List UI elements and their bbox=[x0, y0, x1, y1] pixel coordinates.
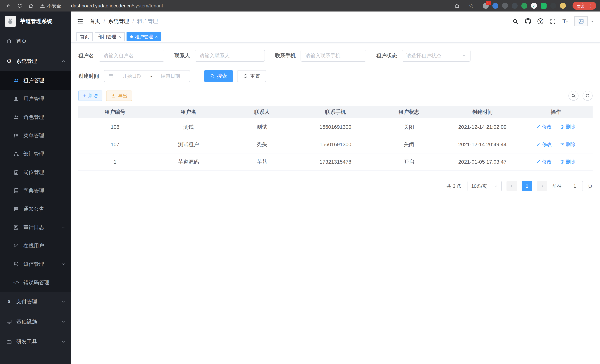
bookmark-star-icon[interactable]: ☆ bbox=[466, 1, 476, 10]
phone-input[interactable] bbox=[300, 50, 366, 62]
close-icon[interactable]: × bbox=[118, 35, 121, 39]
signal-icon bbox=[13, 243, 19, 249]
tab-dept[interactable]: 部门管理 × bbox=[95, 32, 125, 41]
extension-icon-8[interactable] bbox=[550, 3, 556, 9]
sidebar-item-audit-log[interactable]: 审计日志 bbox=[0, 218, 71, 237]
sidebar-item-role[interactable]: 角色管理 bbox=[0, 108, 71, 126]
refresh-button[interactable] bbox=[582, 91, 593, 101]
user-avatar[interactable] bbox=[574, 16, 594, 26]
profile-avatar[interactable] bbox=[560, 3, 566, 9]
yen-icon: ¥ bbox=[6, 299, 12, 305]
col-actions: 操作 bbox=[519, 106, 593, 118]
browser-menu-icon[interactable]: ⋮ bbox=[589, 3, 593, 8]
sidebar-item-dict[interactable]: 字典管理 bbox=[0, 181, 71, 200]
sidebar-item-error-code[interactable]: </> 错误码管理 bbox=[0, 273, 71, 292]
address-bar[interactable]: dashboard.yudao.iocoder.cn/system/tenant bbox=[71, 3, 163, 9]
app-logo bbox=[5, 16, 16, 27]
shield-icon bbox=[13, 261, 19, 267]
browser-reload-button[interactable] bbox=[15, 1, 25, 10]
edit-link[interactable]: 修改 bbox=[536, 159, 552, 165]
extension-icon-4[interactable] bbox=[512, 3, 518, 9]
badge-icon bbox=[13, 169, 19, 176]
sidebar-item-tenant[interactable]: 租户管理 bbox=[0, 71, 71, 90]
font-size-icon[interactable]: TT bbox=[562, 19, 568, 24]
extension-icon-7[interactable] bbox=[541, 3, 547, 9]
github-icon[interactable] bbox=[525, 18, 531, 25]
tenant-name-input[interactable] bbox=[99, 50, 164, 62]
trash-icon bbox=[560, 125, 564, 129]
tab-tenant[interactable]: 租户管理 × bbox=[127, 32, 161, 41]
extension-icon-1[interactable]: 10 bbox=[483, 3, 489, 9]
book-icon bbox=[13, 187, 19, 194]
sidebar-item-label: 研发工具 bbox=[16, 338, 37, 345]
sidebar-toggle-icon[interactable] bbox=[76, 17, 84, 25]
delete-link[interactable]: 删除 bbox=[560, 141, 575, 148]
toggle-search-button[interactable] bbox=[568, 91, 579, 101]
sidebar-item-infra[interactable]: 基础设施 bbox=[0, 312, 71, 332]
browser-update-button[interactable]: 更新 ⋮ bbox=[572, 2, 596, 10]
app-logo-row[interactable]: 芋道管理系统 bbox=[0, 11, 71, 31]
contact-input[interactable] bbox=[195, 50, 265, 62]
browser-home-button[interactable] bbox=[26, 1, 36, 10]
reset-button[interactable]: 重置 bbox=[237, 70, 266, 82]
sidebar-item-sms[interactable]: 短信管理 bbox=[0, 255, 71, 273]
cell-actions: 修改 删除 bbox=[519, 153, 593, 171]
sidebar-item-label: 用户管理 bbox=[23, 95, 44, 103]
status-select[interactable]: 请选择租户状态 bbox=[402, 50, 470, 62]
edit-link[interactable]: 修改 bbox=[536, 123, 552, 130]
tab-label: 部门管理 bbox=[98, 34, 116, 40]
sidebar-item-dept[interactable]: 部门管理 bbox=[0, 145, 71, 163]
date-range-picker[interactable]: 开始日期 - 结束日期 bbox=[104, 70, 190, 82]
search-icon[interactable] bbox=[512, 18, 519, 25]
extension-icon-5[interactable] bbox=[521, 3, 527, 9]
monitor-icon bbox=[6, 318, 12, 325]
sidebar-item-label: 基础设施 bbox=[16, 318, 37, 325]
search-button[interactable]: 搜索 bbox=[204, 70, 233, 82]
share-icon[interactable] bbox=[452, 1, 462, 10]
breadcrumb-system[interactable]: 系统管理 bbox=[108, 18, 129, 25]
edit-link[interactable]: 修改 bbox=[536, 141, 552, 148]
sidebar-item-system[interactable]: ⚙ 系统管理 bbox=[0, 51, 71, 71]
comment-icon bbox=[13, 206, 19, 212]
goto-page-input[interactable] bbox=[567, 181, 583, 191]
delete-link[interactable]: 删除 bbox=[560, 159, 575, 165]
sidebar-item-post[interactable]: 岗位管理 bbox=[0, 163, 71, 181]
goto-label: 前往 bbox=[552, 183, 562, 189]
extension-icon-3[interactable] bbox=[502, 3, 508, 9]
chevron-down-icon bbox=[61, 225, 66, 230]
breadcrumb-home[interactable]: 首页 bbox=[90, 18, 100, 25]
export-button[interactable]: 导出 bbox=[106, 91, 132, 101]
cell-contact: 测试 bbox=[225, 118, 299, 136]
page-number-1[interactable]: 1 bbox=[522, 181, 532, 191]
delete-link[interactable]: 删除 bbox=[560, 123, 575, 130]
add-button[interactable]: + 新增 bbox=[78, 91, 103, 101]
cell-name: 测试 bbox=[152, 118, 225, 136]
sidebar-item-user[interactable]: 用户管理 bbox=[0, 90, 71, 108]
cell-status: 关闭 bbox=[372, 118, 446, 136]
fullscreen-icon[interactable] bbox=[550, 18, 556, 25]
tab-home[interactable]: 首页 bbox=[76, 32, 93, 41]
extension-icon-2[interactable] bbox=[492, 3, 498, 9]
broken-image-icon bbox=[574, 16, 588, 26]
sidebar-item-notice[interactable]: 通知公告 bbox=[0, 200, 71, 218]
extension-icon-6[interactable]: ✓ bbox=[531, 3, 537, 9]
prev-page-button[interactable] bbox=[506, 181, 517, 191]
sidebar-item-home[interactable]: 首页 bbox=[0, 31, 71, 51]
sidebar-item-payment[interactable]: ¥ 支付管理 bbox=[0, 292, 71, 312]
sidebar-item-menu[interactable]: 菜单管理 bbox=[0, 126, 71, 145]
home-icon bbox=[6, 38, 12, 44]
cell-phone: 15601691300 bbox=[299, 118, 372, 136]
pencil-icon bbox=[536, 159, 541, 164]
next-page-button[interactable] bbox=[537, 181, 547, 191]
close-icon[interactable]: × bbox=[155, 35, 158, 39]
chevron-down-icon bbox=[61, 299, 66, 304]
page-size-select[interactable]: 10条/页 bbox=[468, 181, 502, 191]
help-icon[interactable]: ? bbox=[537, 18, 544, 24]
sidebar-item-online-users[interactable]: 在线用户 bbox=[0, 237, 71, 255]
browser-back-button[interactable] bbox=[4, 1, 13, 10]
col-phone: 联系手机 bbox=[299, 106, 372, 118]
security-indicator[interactable]: 不安全 bbox=[40, 3, 61, 9]
date-separator: - bbox=[150, 73, 152, 79]
sidebar-item-dev-tools[interactable]: 研发工具 bbox=[0, 332, 71, 352]
sidebar-item-label: 字典管理 bbox=[23, 187, 44, 194]
